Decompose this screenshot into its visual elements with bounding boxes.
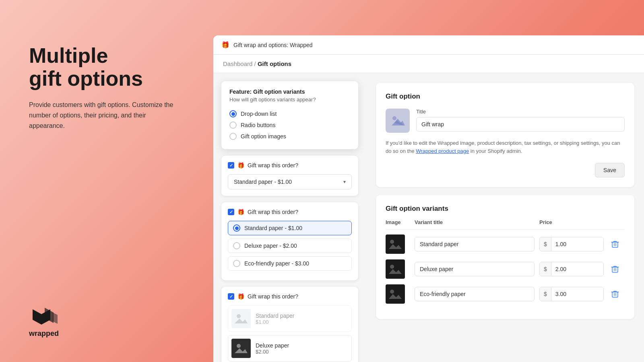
radio-option-radio[interactable]: Radio buttons xyxy=(229,119,350,131)
currency-symbol-3: $ xyxy=(540,287,551,301)
variant-title-3[interactable] xyxy=(415,287,535,301)
breadcrumb-parent[interactable]: Dashboard xyxy=(223,60,252,67)
logo-container: wrapped xyxy=(29,306,59,338)
checkbox-images[interactable] xyxy=(228,293,234,300)
gift-option-card: Gift option Title xyxy=(376,83,634,187)
gift-card-radio-title: Gift wrap this order? xyxy=(248,209,298,215)
wrapped-product-link[interactable]: Wrapped product page xyxy=(416,148,469,154)
radio-item-deluxe[interactable]: Deluxe paper - $2.00 xyxy=(228,239,352,253)
price-wrap-3: $ xyxy=(539,287,604,301)
feature-tooltip-subtitle: How will gift options variants appear? xyxy=(229,97,350,103)
variant-img-2[interactable] xyxy=(386,259,405,279)
gift-card-radio: 🎁 Gift wrap this order? Standard paper -… xyxy=(221,202,358,280)
page-heading: Multiple gift options xyxy=(29,44,182,90)
cards-panel: Feature: Gift option variants How will g… xyxy=(213,73,366,362)
delete-btn-2[interactable] xyxy=(609,263,621,276)
svg-rect-9 xyxy=(386,259,405,279)
currency-symbol-1: $ xyxy=(540,237,551,251)
right-panel: Gift option Title xyxy=(366,73,644,362)
radio-deluxe-circle xyxy=(233,242,240,249)
helper-text: If you'd like to edit the Wrapped image,… xyxy=(386,139,625,155)
dropdown-select[interactable]: Standard paper - $1.00 ▾ xyxy=(228,174,352,189)
feature-tooltip: Feature: Gift option variants How will g… xyxy=(221,81,358,149)
left-panel: Multiple gift options Provide customers … xyxy=(29,44,182,131)
standard-price: $1.00 xyxy=(256,319,348,325)
gift-card-images-emoji: 🎁 xyxy=(237,293,244,300)
title-field-label: Title xyxy=(416,109,625,115)
standard-thumb xyxy=(231,309,251,328)
tab-emoji: 🎁 xyxy=(221,41,229,49)
tab-title: Gift wrap and options: Wrapped xyxy=(233,42,313,48)
price-input-1[interactable] xyxy=(551,237,604,251)
logo-text: wrapped xyxy=(29,329,59,338)
variant-img-1[interactable] xyxy=(386,234,405,254)
breadcrumb-current: Gift options xyxy=(258,60,291,67)
radio-label-dropdown: Drop-down list xyxy=(241,111,277,117)
checkbox-dropdown[interactable] xyxy=(228,162,234,169)
deluxe-name: Deluxe paper xyxy=(256,342,348,349)
svg-rect-6 xyxy=(386,234,405,254)
delete-btn-1[interactable] xyxy=(609,238,621,251)
breadcrumb-separator: / xyxy=(254,60,258,67)
gift-card-images-header: 🎁 Gift wrap this order? xyxy=(228,293,352,300)
title-field-input[interactable] xyxy=(416,117,625,132)
standard-info: Standard paper $1.00 xyxy=(256,313,348,325)
gift-card-images-title: Gift wrap this order? xyxy=(248,293,298,300)
radio-option-images[interactable]: Gift option images xyxy=(229,131,350,142)
price-input-2[interactable] xyxy=(551,262,604,276)
svg-point-3 xyxy=(237,344,241,348)
checkbox-radio[interactable] xyxy=(228,209,234,215)
radio-circle-dropdown xyxy=(229,110,237,117)
currency-symbol-2: $ xyxy=(540,262,551,276)
variant-row-2: $ xyxy=(386,259,625,279)
save-button[interactable]: Save xyxy=(595,163,625,177)
variant-img-3[interactable] xyxy=(386,284,405,304)
price-wrap-1: $ xyxy=(539,237,604,251)
col-image: Image xyxy=(386,219,410,225)
radio-item-standard[interactable]: Standard paper - $1.00 xyxy=(228,221,352,235)
svg-point-1 xyxy=(237,314,241,318)
image-option-deluxe[interactable]: Deluxe paper $2.00 xyxy=(228,335,352,362)
price-wrap-2: $ xyxy=(539,262,604,276)
price-input-3[interactable] xyxy=(551,287,604,301)
svg-rect-12 xyxy=(386,284,405,304)
logo-icon xyxy=(29,306,58,327)
variants-card: Gift option variants Image Variant title… xyxy=(376,195,634,319)
dropdown-value: Standard paper - $1.00 xyxy=(234,179,292,185)
radio-label-radio: Radio buttons xyxy=(241,122,275,128)
variants-title: Gift option variants xyxy=(386,205,625,213)
helper-text-after: in your Shopify admin. xyxy=(471,148,522,154)
gift-card-images: 🎁 Gift wrap this order? Standard paper $… xyxy=(221,287,358,362)
chevron-down-icon: ▾ xyxy=(343,179,346,185)
radio-item-eco[interactable]: Eco-friendly paper - $3.00 xyxy=(228,256,352,271)
svg-point-10 xyxy=(390,265,394,269)
radio-deluxe-label: Deluxe paper - $2.00 xyxy=(244,243,297,249)
variant-title-2[interactable] xyxy=(415,262,535,276)
product-thumbnail[interactable] xyxy=(386,109,410,133)
gift-option-title: Gift option xyxy=(386,93,625,101)
radio-eco-circle xyxy=(233,260,240,267)
page-description: Provide customers with gift options. Cus… xyxy=(29,100,182,131)
svg-rect-8 xyxy=(612,242,618,247)
variant-title-1[interactable] xyxy=(415,237,535,251)
breadcrumb: Dashboard / Gift options xyxy=(213,55,644,73)
gift-card-dropdown-title: Gift wrap this order? xyxy=(248,162,298,169)
variant-row-3: $ xyxy=(386,284,625,304)
col-price: Price xyxy=(539,219,604,225)
radio-option-dropdown[interactable]: Drop-down list xyxy=(229,108,350,119)
product-row: Title xyxy=(386,109,625,133)
svg-rect-11 xyxy=(612,267,618,272)
window-tab: 🎁 Gift wrap and options: Wrapped xyxy=(213,35,644,55)
radio-eco-label: Eco-friendly paper - $3.00 xyxy=(244,260,309,267)
deluxe-thumb xyxy=(231,339,251,358)
svg-point-7 xyxy=(390,240,394,244)
svg-point-5 xyxy=(392,116,396,120)
svg-rect-0 xyxy=(231,309,251,328)
radio-standard-label: Standard paper - $1.00 xyxy=(244,225,302,231)
svg-rect-14 xyxy=(612,292,618,297)
image-option-standard[interactable]: Standard paper $1.00 xyxy=(228,305,352,332)
radio-circle-images xyxy=(229,133,237,140)
delete-btn-3[interactable] xyxy=(609,288,621,300)
col-variant-title: Variant title xyxy=(415,219,535,225)
gift-card-dropdown: 🎁 Gift wrap this order? Standard paper -… xyxy=(221,156,358,196)
